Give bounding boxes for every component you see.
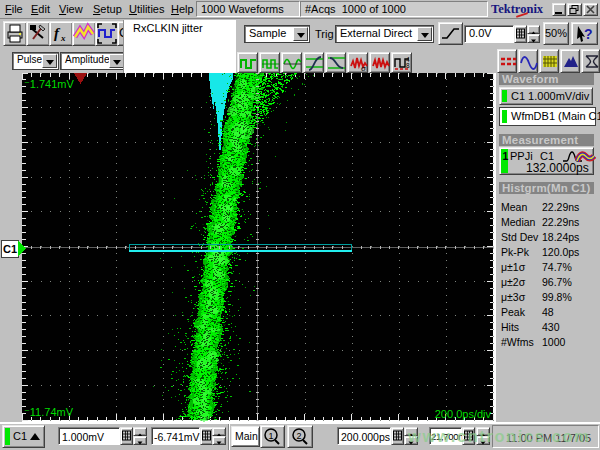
svg-text:⁻11.74mV: ⁻11.74mV xyxy=(24,406,74,418)
svg-text:⁻1.741mV: ⁻1.741mV xyxy=(24,78,74,90)
svg-text:σ: σ xyxy=(361,64,366,73)
svg-text:2: 2 xyxy=(297,431,302,441)
svg-text:200.0ps/div: 200.0ps/div xyxy=(435,408,492,420)
svg-text:C1: C1 xyxy=(3,243,17,255)
svg-text:f: f xyxy=(54,25,61,41)
svg-text:8: 8 xyxy=(406,62,410,69)
svg-text:1: 1 xyxy=(269,431,274,441)
svg-text:x: x xyxy=(60,33,66,43)
svg-text:?: ? xyxy=(584,26,593,42)
